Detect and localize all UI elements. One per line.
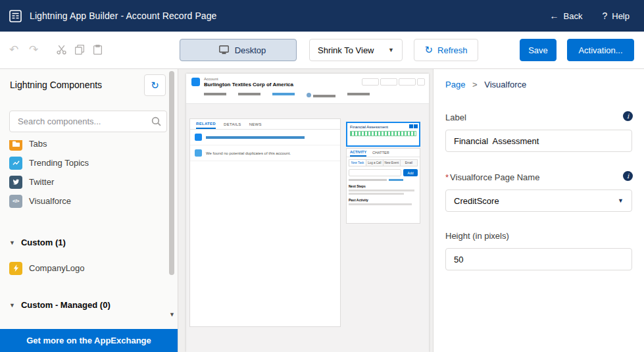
- text-placeholder: [206, 136, 305, 139]
- activity-action-tabs: New Task Log a Call New Event Email: [349, 159, 418, 166]
- preview-related-card: RELATED DETAILS NEWS We found no potenti…: [189, 118, 341, 327]
- activity-filter-row: [349, 179, 418, 181]
- refresh-icon: ↻: [151, 80, 159, 91]
- component-label: Trending Topics: [29, 158, 89, 168]
- sidebar-item-companylogo[interactable]: CompanyLogo: [0, 259, 167, 278]
- add-button: Add: [403, 169, 418, 176]
- tab-activity: ACTIVITY: [350, 149, 366, 157]
- component-label: Visualforce: [29, 196, 71, 206]
- twitter-icon: [9, 176, 22, 189]
- tab-related: RELATED: [196, 119, 216, 129]
- section-label: Custom - Managed (0): [21, 300, 111, 310]
- paste-button[interactable]: [93, 45, 102, 55]
- preview-page-body: RELATED DETAILS NEWS We found no potenti…: [186, 104, 429, 352]
- component-action-icons: [409, 124, 418, 128]
- info-icon[interactable]: i: [623, 111, 633, 121]
- duplicate-icon: [195, 149, 202, 157]
- record-page-preview: Account Burlington Textiles Corp of Amer…: [186, 74, 429, 352]
- page-canvas[interactable]: Account Burlington Textiles Corp of Amer…: [178, 69, 433, 352]
- sidebar-item-tabs[interactable]: Tabs: [0, 140, 167, 153]
- components-sidebar: Lightning Components ↻ Tabs Trending Top…: [0, 69, 178, 352]
- label-input[interactable]: [445, 130, 632, 152]
- duplicate-alert-text: We found no potential duplicates of this…: [206, 151, 291, 155]
- sidebar-item-visualforce[interactable]: </> Visualforce: [0, 191, 167, 211]
- app-builder-logo-icon: [9, 10, 22, 22]
- preview-activity-card: ACTIVITY CHATTER New Task Log a Call New…: [346, 148, 420, 224]
- desktop-view-button[interactable]: Desktop: [180, 39, 297, 61]
- view-mode-value: Shrink To View: [318, 45, 374, 55]
- component-label: CompanyLogo: [29, 263, 85, 273]
- search-components-input[interactable]: [9, 111, 167, 132]
- visualforce-content-placeholder: [350, 131, 416, 136]
- next-steps-heading: Next Steps: [349, 184, 418, 188]
- sidebar-title: Lightning Components: [10, 80, 102, 90]
- tab-chatter: CHATTER: [372, 149, 389, 157]
- action-button-placeholder: [399, 78, 416, 86]
- scissors-icon: [57, 45, 66, 55]
- breadcrumb-separator: >: [468, 80, 482, 89]
- record-action-buttons: [362, 78, 425, 86]
- search-icon: [151, 116, 161, 129]
- record-highlight-fields: [204, 93, 370, 97]
- label-field-label: Label: [445, 113, 466, 122]
- activity-tabs: ACTIVITY CHATTER: [347, 149, 420, 157]
- action-button-placeholder: [380, 78, 397, 86]
- scroll-down-arrow-icon[interactable]: ▼: [169, 311, 175, 318]
- height-input[interactable]: [445, 248, 632, 270]
- back-button[interactable]: ← Back: [550, 11, 583, 21]
- trending-topics-icon: [9, 157, 22, 170]
- insight-row: [190, 130, 340, 145]
- refresh-button[interactable]: ↻ Refresh: [414, 39, 478, 61]
- builder-toolbar: ↶ ↷ Desktop Shrink To View ▼ ↻ Refresh S…: [0, 32, 644, 69]
- view-mode-select[interactable]: Shrink To View ▼: [309, 39, 403, 61]
- duplicate-alert-row: We found no potential duplicates of this…: [190, 145, 340, 161]
- selected-visualforce-component[interactable]: Financial Assessment: [346, 122, 420, 147]
- text-placeholder: [349, 193, 404, 195]
- info-icon[interactable]: i: [623, 171, 633, 181]
- activation-button[interactable]: Activation...: [567, 39, 634, 61]
- component-label: Tabs: [29, 140, 47, 149]
- section-toggle-custom[interactable]: ▼ Custom (1): [9, 238, 66, 247]
- chevron-down-icon: ▼: [388, 47, 394, 53]
- undo-button[interactable]: ↶: [9, 43, 18, 57]
- triangle-down-icon: ▼: [9, 302, 15, 309]
- properties-panel: Page > Visualforce Label i *Visualforce …: [433, 69, 644, 352]
- refresh-label: Refresh: [437, 45, 468, 55]
- desktop-icon: [219, 45, 229, 55]
- sidebar-item-trending-topics[interactable]: Trending Topics: [0, 153, 167, 172]
- tab-email: Email: [401, 159, 418, 166]
- help-button[interactable]: ? Help: [602, 11, 630, 21]
- cut-button[interactable]: [57, 45, 66, 55]
- tab-details: DETAILS: [224, 119, 241, 129]
- vf-page-name-select[interactable]: CreditScore ▼: [445, 189, 632, 212]
- action-button-placeholder: [362, 78, 379, 86]
- chevron-down-icon: ▼: [618, 197, 624, 204]
- insight-icon: [195, 134, 202, 141]
- entity-label: Account: [204, 77, 218, 81]
- help-label: Help: [612, 11, 630, 21]
- text-placeholder: [349, 189, 414, 191]
- tab-news: NEWS: [249, 119, 262, 129]
- desktop-label: Desktop: [235, 45, 266, 55]
- copy-icon: [75, 45, 84, 55]
- account-object-icon: [191, 78, 200, 86]
- triangle-down-icon: ▼: [9, 239, 15, 246]
- visualforce-icon: </>: [9, 195, 22, 208]
- breadcrumb-page-link[interactable]: Page: [445, 80, 465, 89]
- vf-page-name-label: *Visualforce Page Name: [445, 172, 539, 182]
- owner-avatar: [307, 93, 311, 97]
- section-toggle-custom-managed[interactable]: ▼ Custom - Managed (0): [9, 300, 111, 310]
- tab-new-task: New Task: [349, 159, 366, 166]
- preview-record-tabs: RELATED DETAILS NEWS: [190, 119, 340, 130]
- back-label: Back: [564, 11, 583, 21]
- vf-page-name-value: CreditScore: [454, 196, 499, 206]
- components-refresh-button[interactable]: ↻: [144, 74, 166, 96]
- text-placeholder: [349, 203, 412, 205]
- sidebar-scrollbar[interactable]: [169, 71, 174, 275]
- redo-button[interactable]: ↷: [29, 43, 38, 57]
- copy-button[interactable]: [75, 45, 84, 55]
- appexchange-banner[interactable]: Get more on the AppExchange: [0, 329, 178, 352]
- sidebar-item-twitter[interactable]: Twitter: [0, 172, 167, 191]
- page-title: Lightning App Builder - Account Record P…: [30, 11, 216, 21]
- save-button[interactable]: Save: [520, 39, 557, 61]
